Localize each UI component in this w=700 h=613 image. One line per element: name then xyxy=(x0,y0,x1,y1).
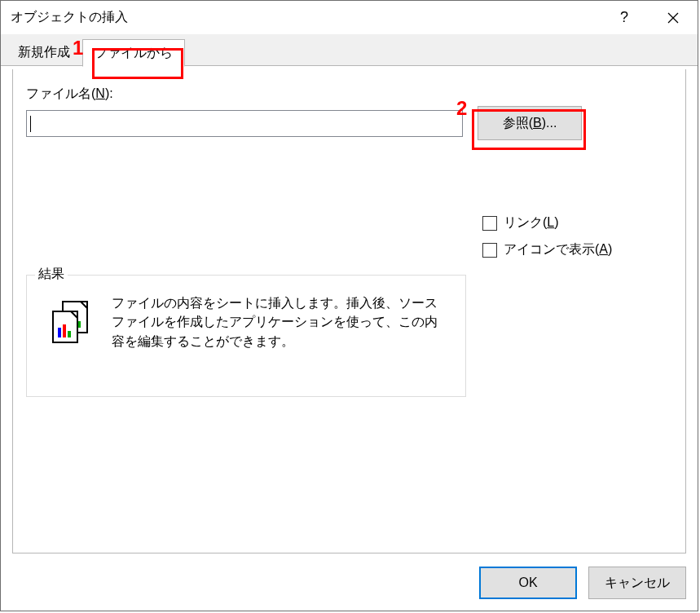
embed-documents-icon xyxy=(48,298,94,344)
ok-button-label: OK xyxy=(518,576,537,590)
dialog-footer: OK キャンセル xyxy=(479,567,686,599)
tab-from-file-label: ファイルから xyxy=(95,45,173,62)
filename-label: ファイル名(N): xyxy=(26,86,672,103)
checkbox-group: リンク(L) アイコンで表示(A) xyxy=(482,214,612,258)
result-body: ファイルの内容をシートに挿入します。挿入後、ソース ファイルを作成したアプリケー… xyxy=(27,276,465,362)
icon-checkbox[interactable] xyxy=(482,243,497,258)
browse-button-label: 参照(B)... xyxy=(503,115,557,132)
tabstrip: 新規作成 ファイルから xyxy=(1,34,698,67)
filename-input[interactable] xyxy=(26,110,463,137)
cancel-button[interactable]: キャンセル xyxy=(588,567,686,599)
help-icon: ? xyxy=(620,9,628,26)
close-icon xyxy=(667,12,679,24)
annotation-2: 2 xyxy=(456,97,467,120)
help-button[interactable]: ? xyxy=(600,1,649,34)
icon-checkbox-label: アイコンで表示(A) xyxy=(504,241,612,258)
svg-rect-9 xyxy=(58,328,61,337)
tab-new-label: 新規作成 xyxy=(18,44,70,61)
tab-from-file[interactable]: ファイルから xyxy=(82,39,185,67)
result-group: 結果 xyxy=(26,275,466,397)
icon-checkbox-row[interactable]: アイコンで表示(A) xyxy=(482,241,612,258)
tab-new[interactable]: 新規作成 xyxy=(6,38,82,66)
svg-rect-11 xyxy=(68,331,71,337)
link-checkbox-row[interactable]: リンク(L) xyxy=(482,214,612,232)
text-caret xyxy=(30,116,31,132)
annotation-1: 1 xyxy=(73,37,83,60)
link-checkbox-label: リンク(L) xyxy=(504,214,559,232)
link-checkbox[interactable] xyxy=(482,216,497,231)
result-text: ファイルの内容をシートに挿入します。挿入後、ソース ファイルを作成したアプリケー… xyxy=(112,293,454,351)
insert-object-dialog: オブジェクトの挿入 ? 新規作成 ファイルから ファイル名(N): xyxy=(0,0,698,611)
result-legend: 結果 xyxy=(35,266,68,283)
close-button[interactable] xyxy=(649,1,698,34)
cancel-button-label: キャンセル xyxy=(605,575,670,592)
svg-rect-10 xyxy=(63,324,66,337)
dialog-content: ファイル名(N): 参照(B)... リンク(L) アイコンで表示(A) 結果 xyxy=(12,69,686,553)
titlebar: オブジェクトの挿入 ? xyxy=(1,1,698,34)
filename-row: 参照(B)... xyxy=(26,106,672,140)
ok-button[interactable]: OK xyxy=(479,567,577,599)
browse-button[interactable]: 参照(B)... xyxy=(478,106,582,140)
window-title: オブジェクトの挿入 xyxy=(11,9,128,26)
